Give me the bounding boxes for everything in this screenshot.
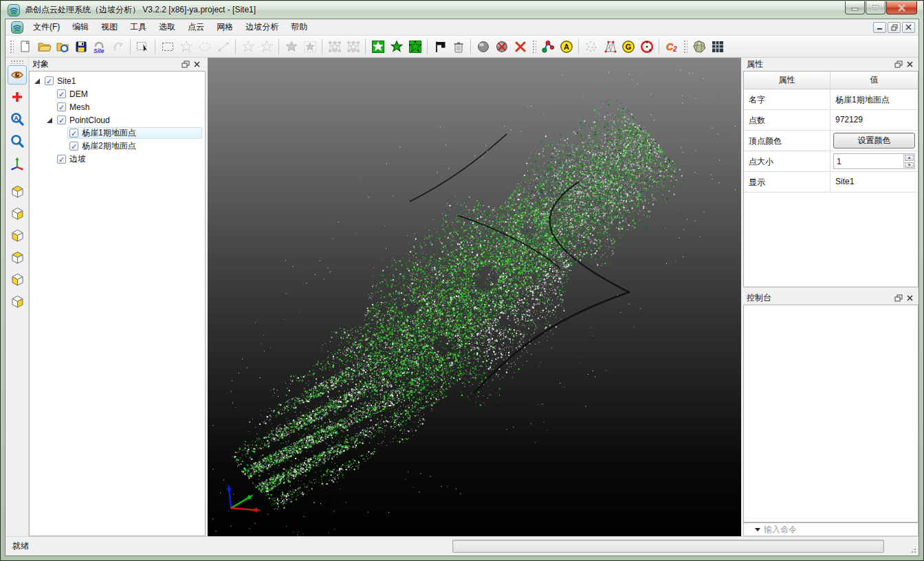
axis-gizmo-icon[interactable] — [8, 153, 27, 173]
checkbox-checked-icon[interactable]: ✓ — [45, 76, 54, 85]
toolbar-grip[interactable] — [683, 39, 688, 54]
tree-item-body[interactable]: ✓杨崖1期地面点 — [67, 127, 202, 139]
tree-item-yangya-phase1[interactable]: ✓杨崖1期地面点 — [30, 126, 205, 140]
new-file-icon[interactable] — [16, 37, 34, 56]
menu-item-tools[interactable]: 工具 — [124, 19, 153, 35]
spinner-up-icon[interactable]: ▲ — [905, 155, 914, 161]
menu-item-select[interactable]: 选取 — [153, 19, 182, 35]
view-front-icon[interactable] — [8, 225, 27, 244]
checkbox-checked-icon[interactable]: ✓ — [57, 102, 66, 111]
menu-item-edit[interactable]: 编辑 — [66, 19, 95, 35]
mdi-restore-button[interactable] — [888, 22, 901, 33]
menu-item-pointcloud[interactable]: 点云 — [182, 19, 210, 35]
geoid-g-icon[interactable]: G — [619, 37, 637, 56]
view-right-icon[interactable] — [8, 291, 27, 310]
tree-item-site1[interactable]: ✓Site1 — [30, 74, 205, 87]
toolbar-grip[interactable] — [10, 60, 24, 64]
mdi-minimize-button[interactable] — [873, 22, 886, 33]
menu-item-view[interactable]: 视图 — [95, 19, 124, 35]
float-panel-icon[interactable] — [893, 60, 904, 69]
tree-item-yangya-phase2[interactable]: ✓杨崖2期地面点 — [30, 140, 205, 153]
float-panel-icon[interactable] — [893, 294, 904, 303]
save-project-icon[interactable] — [72, 37, 90, 56]
zoom-select-icon[interactable] — [8, 131, 27, 151]
tree-item-body[interactable]: ✓Mesh — [55, 101, 202, 113]
tree-item-dem[interactable]: ✓DEM — [30, 87, 205, 100]
title-bar[interactable]: 鼎创点云处理系统（边坡分析） V3.2.2 [x86]-ya.project -… — [1, 1, 923, 19]
viewport-canvas[interactable] — [208, 58, 741, 536]
view-bottom-icon[interactable] — [8, 203, 27, 222]
polyhedron-view-icon[interactable] — [690, 37, 708, 56]
open-search-icon[interactable] — [53, 37, 72, 56]
segment-crop-icon[interactable] — [406, 37, 424, 56]
close-panel-icon[interactable] — [904, 294, 915, 303]
tree-item-slope[interactable]: ✓边坡 — [30, 153, 205, 166]
mdi-close-button[interactable] — [902, 22, 915, 33]
annotation-a-icon[interactable]: A — [557, 37, 575, 56]
delete-points-icon[interactable] — [511, 37, 529, 56]
toolbar-grip[interactable] — [9, 39, 14, 54]
view-top-icon[interactable] — [8, 181, 27, 200]
close-panel-icon[interactable] — [191, 60, 202, 69]
tree-item-label[interactable]: DEM — [69, 89, 88, 99]
tree-expander-icon[interactable] — [46, 117, 53, 124]
maximize-button[interactable] — [866, 1, 886, 14]
smooth-sphere-icon[interactable] — [474, 37, 492, 56]
command-input[interactable]: 输入命令 — [743, 522, 918, 536]
tree-item-body[interactable]: ✓边坡 — [55, 153, 202, 165]
tree-item-label[interactable]: Mesh — [69, 102, 89, 112]
tree-item-label[interactable]: 边坡 — [69, 153, 86, 165]
resize-grip[interactable] — [908, 545, 917, 554]
checkbox-checked-icon[interactable]: ✓ — [57, 89, 66, 98]
checkbox-checked-icon[interactable]: ✓ — [69, 142, 78, 151]
checkbox-checked-icon[interactable]: ✓ — [57, 155, 66, 164]
view-left-icon[interactable] — [8, 269, 27, 288]
circle-fit-icon[interactable] — [637, 37, 656, 56]
checkbox-checked-icon[interactable]: ✓ — [57, 116, 66, 124]
tree-item-mesh[interactable]: ✓Mesh — [30, 100, 205, 113]
tree-item-pointcloud[interactable]: ✓PointCloud — [30, 113, 205, 126]
tree-item-body[interactable]: ✓杨崖2期地面点 — [67, 140, 202, 152]
grid-table-icon[interactable] — [708, 37, 727, 56]
minimize-button[interactable] — [845, 1, 865, 14]
visibility-eye-icon[interactable] — [8, 65, 27, 85]
view-back-icon[interactable] — [8, 247, 27, 266]
classify-flag-icon[interactable] — [430, 37, 449, 56]
menu-item-file[interactable]: 文件(F) — [27, 19, 66, 35]
segment-star-icon[interactable] — [387, 37, 406, 56]
delete-trash-icon[interactable] — [449, 37, 468, 56]
open-project-icon[interactable] — [34, 37, 53, 56]
pick-select-icon[interactable] — [133, 37, 152, 56]
menu-item-mesh[interactable]: 网格 — [210, 19, 239, 35]
tree-item-body[interactable]: ✓DEM — [55, 88, 202, 100]
zoom-fit-icon[interactable]: A — [8, 109, 27, 129]
registration-icon[interactable] — [538, 37, 557, 56]
menu-item-help[interactable]: 帮助 — [285, 19, 314, 35]
remove-outliers-icon[interactable] — [492, 37, 511, 56]
tree-item-label[interactable]: 杨崖2期地面点 — [82, 140, 136, 152]
tree-item-label[interactable]: PointCloud — [69, 116, 110, 125]
viewport-3d[interactable] — [208, 58, 741, 536]
mesh-tool-icon[interactable] — [600, 37, 619, 56]
close-panel-icon[interactable] — [904, 60, 915, 69]
tree-item-body[interactable]: ✓Site1 — [43, 75, 202, 87]
tree-expander-icon[interactable] — [34, 78, 41, 85]
tree-item-body[interactable]: ✓PointCloud — [55, 114, 202, 126]
checkbox-checked-icon[interactable]: ✓ — [69, 129, 78, 138]
tree-item-label[interactable]: 杨崖1期地面点 — [82, 127, 136, 139]
rect-select-icon[interactable] — [158, 37, 177, 56]
close-button[interactable] — [886, 1, 917, 14]
point-size-spinner[interactable]: 1▲▼ — [833, 153, 915, 169]
float-panel-icon[interactable] — [180, 60, 191, 69]
add-object-icon[interactable] — [8, 87, 27, 107]
segment-keep-icon[interactable] — [368, 37, 387, 56]
point-size-value[interactable]: 1 — [837, 157, 842, 166]
spinner-down-icon[interactable]: ▼ — [905, 162, 914, 168]
toolbar-grip[interactable] — [531, 39, 536, 54]
tree-item-label[interactable]: Site1 — [57, 76, 76, 86]
c2c-compare-icon[interactable]: C2 — [662, 37, 681, 56]
set-color-button[interactable]: 设置颜色 — [833, 133, 915, 148]
console-output[interactable] — [743, 305, 918, 522]
menu-item-slope-analysis[interactable]: 边坡分析 — [239, 19, 285, 35]
command-dropdown-icon[interactable] — [755, 528, 760, 534]
